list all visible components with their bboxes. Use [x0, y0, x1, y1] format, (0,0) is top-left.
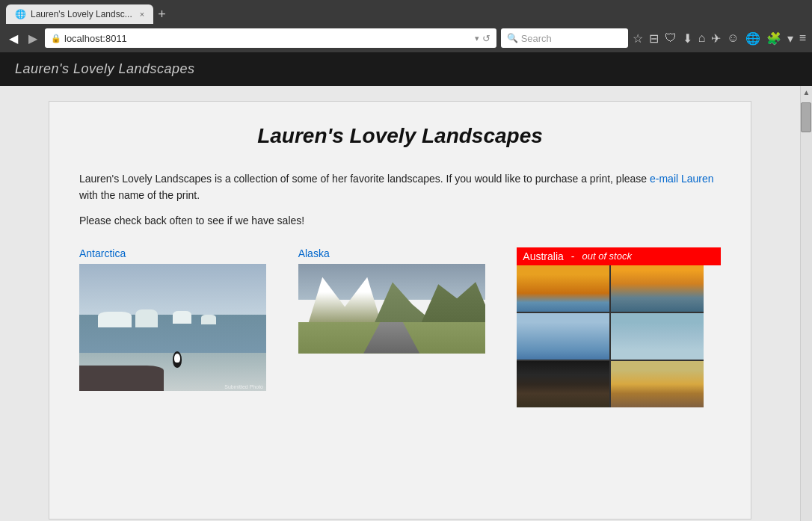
australia-label[interactable]: Australia - out of stock	[517, 247, 721, 265]
alaska-mountains	[298, 277, 485, 327]
bookmark-star-icon[interactable]: ☆	[633, 31, 643, 46]
description-part2: with the name of the print.	[79, 189, 200, 201]
antarctica-label[interactable]: Antarctica	[79, 247, 283, 259]
address-dropdown-icon[interactable]: ▾	[475, 34, 479, 43]
main-content: Lauren's Lovely Landscapes Lauren's Love…	[0, 86, 800, 521]
lock-icon: 🔒	[51, 34, 61, 43]
australia-image	[517, 265, 704, 407]
scroll-thumb[interactable]	[801, 102, 811, 132]
australia-cell-5	[517, 361, 609, 407]
browser-window: 🌐 Lauren's Lovely Landsc... × + ◀ ▶ 🔒 lo…	[0, 0, 812, 52]
menu-button[interactable]: ≡	[799, 31, 806, 45]
australia-cell-1	[517, 265, 609, 312]
antarctica-penguin	[173, 351, 182, 368]
scroll-track[interactable]	[801, 99, 812, 521]
gallery-item-australia: Australia - out of stock	[517, 247, 721, 407]
antarctica-ice2	[135, 309, 158, 327]
sales-text: Please check back often to see if we hav…	[79, 215, 721, 226]
alaska-mountain1	[307, 277, 382, 327]
search-icon: 🔍	[507, 33, 518, 43]
browser-nav-icons: ☆ ⊟ 🛡 ⬇ ⌂ ✈ ☺ 🌐 🧩 ▾ ≡	[633, 31, 806, 46]
scroll-up-arrow[interactable]: ▲	[801, 86, 812, 99]
antarctica-image: Submitted Photo	[79, 264, 266, 391]
address-bar[interactable]: 🔒 localhost:8011 ▾ ↺	[45, 28, 496, 48]
site-header-title: Lauren's Lovely Landscapes	[15, 61, 195, 76]
shield-icon[interactable]: 🛡	[665, 31, 677, 45]
antarctica-caption: Submitted Photo	[224, 384, 263, 389]
tab-close-button[interactable]: ×	[140, 10, 144, 19]
tab-title: Lauren's Lovely Landsc...	[31, 9, 132, 19]
australia-name: Australia	[523, 250, 563, 262]
alaska-label[interactable]: Alaska	[298, 247, 502, 259]
australia-cell-3	[517, 313, 609, 360]
alaska-mountain3	[419, 280, 485, 327]
description-text: Lauren's Lovely Landscapes is a collecti…	[79, 170, 721, 204]
send-icon[interactable]: ✈	[711, 31, 721, 46]
page-container: Lauren's Lovely Landscapes Lauren's Love…	[49, 101, 751, 520]
scrollbar[interactable]: ▲ ▼	[800, 86, 812, 521]
page-title: Lauren's Lovely Landscapes	[79, 124, 721, 148]
gallery-item-alaska: Alaska	[298, 247, 517, 354]
smiley-icon[interactable]: ☺	[727, 31, 739, 45]
nav-bar: ◀ ▶ 🔒 localhost:8011 ▾ ↺ 🔍 Search ☆ ⊟ 🛡 …	[0, 24, 812, 52]
australia-grid	[517, 265, 704, 407]
content-wrapper: Lauren's Lovely Landscapes Lauren's Love…	[0, 86, 812, 521]
tab-bar: 🌐 Lauren's Lovely Landsc... × +	[0, 0, 812, 24]
refresh-icon[interactable]: ↺	[482, 33, 490, 44]
dash-separator: -	[571, 250, 575, 262]
new-tab-button[interactable]: +	[158, 7, 166, 22]
australia-cell-6	[611, 361, 704, 407]
home-icon[interactable]: ⌂	[698, 31, 706, 45]
back-button[interactable]: ◀	[6, 30, 21, 47]
email-link[interactable]: e-mail Lauren	[650, 173, 714, 185]
antarctica-ice3	[173, 311, 191, 324]
address-text: localhost:8011	[64, 33, 472, 44]
reader-icon[interactable]: ⊟	[649, 31, 659, 46]
australia-cell-4	[611, 313, 704, 360]
extension-icon[interactable]: 🧩	[766, 31, 781, 46]
australia-cell-2	[611, 265, 704, 312]
alaska-image	[298, 264, 485, 354]
out-of-stock-badge: out of stock	[582, 250, 631, 262]
download-icon[interactable]: ⬇	[683, 31, 692, 46]
forward-button[interactable]: ▶	[25, 30, 40, 47]
active-tab[interactable]: 🌐 Lauren's Lovely Landsc... ×	[6, 4, 153, 24]
globe-icon[interactable]: 🌐	[745, 31, 760, 46]
antarctica-ice1	[98, 312, 132, 327]
antarctica-rocks	[79, 366, 164, 391]
search-placeholder: Search	[521, 33, 552, 44]
site-header: Lauren's Lovely Landscapes	[0, 52, 812, 86]
search-box[interactable]: 🔍 Search	[501, 28, 628, 48]
gallery-item-antarctica: Antarctica Submitted Photo	[79, 247, 298, 391]
antarctica-ice4	[201, 315, 216, 325]
tab-icon: 🌐	[15, 9, 26, 19]
description-part1: Lauren's Lovely Landscapes is a collecti…	[79, 173, 650, 185]
gallery: Antarctica Submitted Photo	[79, 247, 721, 407]
menu-dropdown-icon[interactable]: ▾	[787, 31, 793, 46]
